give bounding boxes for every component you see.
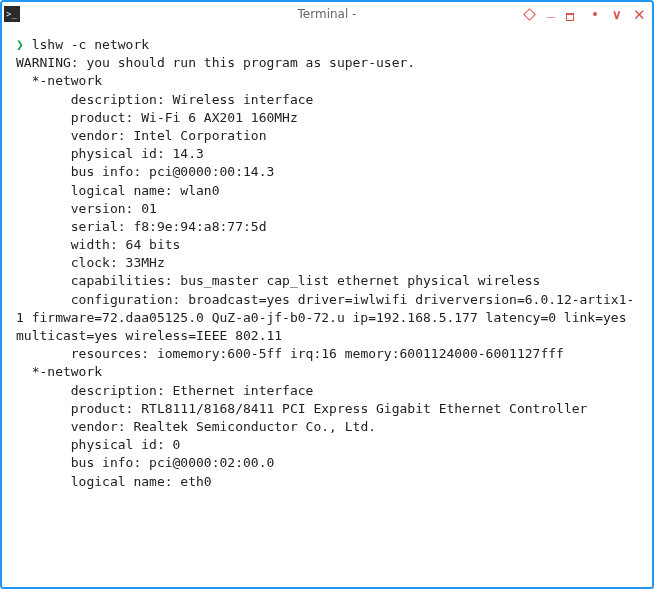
maximize-icon — [566, 7, 580, 21]
close-button[interactable]: ✕ — [632, 7, 646, 21]
window-controls: _ ∨ ✕ — [522, 7, 646, 21]
terminal-app-icon: >_ — [4, 6, 20, 22]
dropdown-button[interactable]: ∨ — [610, 7, 624, 21]
titlebar[interactable]: >_ Terminal - _ ∨ ✕ — [2, 2, 652, 24]
command-output: WARNING: you should run this program as … — [16, 55, 634, 488]
prompt-symbol: ❯ — [16, 37, 24, 52]
maximize-button[interactable] — [566, 7, 580, 21]
terminal-window: >_ Terminal - _ ∨ ✕ ❯ lshw -c network WA… — [0, 0, 654, 589]
command-text: lshw -c network — [32, 37, 149, 52]
ontop-button[interactable] — [522, 7, 536, 21]
dot-icon — [593, 12, 597, 16]
terminal-body[interactable]: ❯ lshw -c network WARNING: you should ru… — [2, 24, 652, 587]
diamond-icon — [523, 8, 536, 21]
minimize-button[interactable]: _ — [544, 4, 558, 18]
terminal-icon-glyph: >_ — [6, 10, 17, 19]
dot-button[interactable] — [588, 7, 602, 21]
